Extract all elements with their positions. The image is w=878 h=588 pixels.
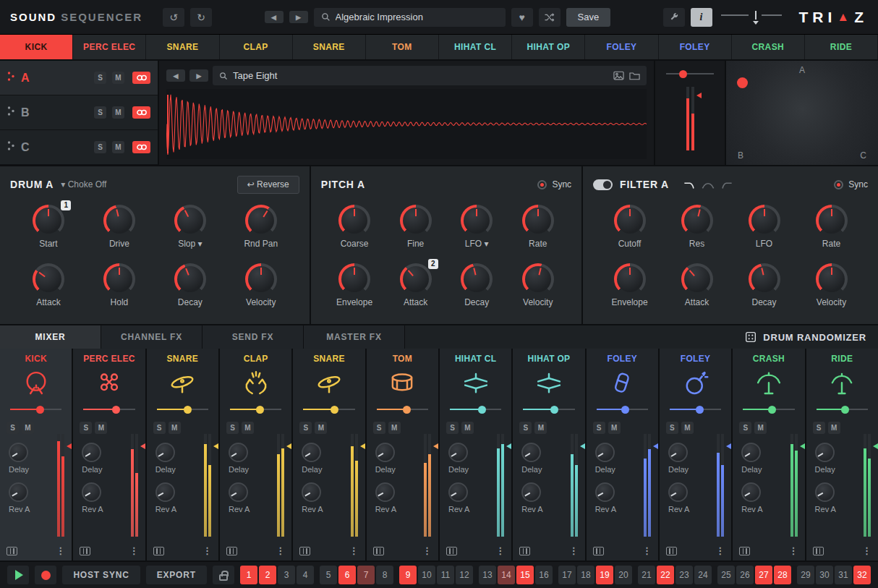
channel-volume-slider[interactable] — [157, 404, 208, 414]
redo-button[interactable]: ↻ — [190, 8, 212, 27]
sample-image-icon[interactable] — [613, 71, 624, 80]
knob-start[interactable]: 1 — [33, 205, 64, 237]
rev-knob[interactable] — [815, 482, 835, 502]
track-tab-hihat-op[interactable]: HIHAT OP — [512, 35, 585, 59]
step-26[interactable]: 26 — [736, 566, 754, 584]
mixer-strip-foley-10[interactable]: FOLEYSMDelayRev A⋮ — [660, 349, 733, 561]
step-19[interactable]: 19 — [596, 566, 613, 584]
record-button[interactable] — [35, 566, 56, 584]
mixer-strip-snare-5[interactable]: SNARESMDelayRev A⋮ — [293, 349, 366, 561]
slider-handle[interactable] — [478, 406, 486, 414]
channel-volume-slider[interactable] — [450, 404, 501, 414]
rev-knob[interactable] — [155, 482, 175, 502]
channel-mute-button[interactable]: M — [681, 422, 694, 434]
mixer-strip-crash-11[interactable]: CRASHSMDelayRev A⋮ — [733, 349, 806, 561]
slider-handle[interactable] — [331, 406, 338, 414]
step-3[interactable]: 3 — [278, 566, 295, 584]
rev-knob[interactable] — [375, 482, 395, 502]
channel-volume-slider[interactable] — [597, 404, 648, 414]
step-17[interactable]: 17 — [558, 566, 576, 584]
sync-control[interactable]: Sync — [537, 179, 571, 189]
mixer-strip-hihat-op-8[interactable]: HIHAT OPSMDelayRev A⋮ — [513, 349, 586, 561]
knob-decay[interactable] — [749, 263, 780, 295]
channel-mute-button[interactable]: M — [754, 422, 767, 434]
waveform-display[interactable] — [166, 89, 647, 159]
preset-search[interactable] — [314, 8, 506, 27]
track-tab-crash[interactable]: CRASH — [732, 35, 805, 59]
step-8[interactable]: 8 — [376, 566, 393, 584]
slider-handle[interactable] — [679, 70, 687, 78]
step-21[interactable]: 21 — [638, 566, 655, 584]
channel-mute-button[interactable]: M — [608, 422, 621, 434]
track-tab-foley[interactable]: FOLEY — [585, 35, 658, 59]
channel-mute-button[interactable]: M — [315, 422, 327, 434]
delay-knob[interactable] — [9, 443, 28, 462]
pad-position-dot[interactable] — [737, 77, 748, 88]
step-6[interactable]: 6 — [338, 566, 356, 584]
sample-search[interactable] — [213, 66, 647, 85]
sample-prev-button[interactable]: ◀ — [166, 69, 185, 82]
channel-solo-button[interactable]: S — [813, 422, 825, 434]
channel-mute-button[interactable]: M — [242, 422, 254, 434]
knob-lfo[interactable] — [749, 205, 780, 237]
sync-radio[interactable] — [834, 180, 843, 189]
channel-menu-icon[interactable]: ⋮ — [56, 546, 65, 555]
channel-volume-slider[interactable] — [303, 404, 354, 414]
random-preset-button[interactable] — [539, 8, 561, 27]
host-sync-button[interactable]: HOST SYNC — [62, 566, 140, 584]
channel-menu-icon[interactable]: ⋮ — [276, 546, 285, 555]
knob-drive[interactable] — [103, 205, 135, 237]
knob-lfo[interactable] — [461, 205, 493, 237]
track-tab-perc-elec[interactable]: PERC ELEC — [73, 35, 146, 59]
output-routing-icon[interactable] — [7, 547, 17, 555]
knob-velocity[interactable] — [522, 263, 554, 295]
delay-knob[interactable] — [521, 443, 541, 462]
channel-volume-slider[interactable] — [670, 404, 721, 414]
slider-handle[interactable] — [768, 406, 776, 414]
filter-toggle[interactable] — [593, 179, 613, 190]
export-button[interactable]: EXPORT — [146, 566, 207, 584]
channel-menu-icon[interactable]: ⋮ — [422, 546, 432, 555]
step-5[interactable]: 5 — [320, 566, 337, 584]
step-15[interactable]: 15 — [516, 566, 534, 584]
track-tab-ride[interactable]: RIDE — [805, 35, 878, 59]
layer-link-button[interactable] — [132, 141, 150, 153]
step-32[interactable]: 32 — [853, 566, 871, 584]
track-tab-snare[interactable]: SNARE — [146, 35, 219, 59]
preset-next-button[interactable]: ▶ — [289, 11, 308, 23]
step-4[interactable]: 4 — [297, 566, 314, 584]
knob-decay[interactable] — [174, 263, 206, 295]
mixer-strip-hihat-cl-7[interactable]: HIHAT CLSMDelayRev A⋮ — [440, 349, 513, 561]
step-9[interactable]: 9 — [399, 566, 417, 584]
knob-rate[interactable] — [816, 205, 848, 237]
reverse-button[interactable]: ↩ Reverse — [237, 176, 299, 194]
channel-mute-button[interactable]: M — [95, 422, 107, 434]
preset-prev-button[interactable]: ◀ — [265, 11, 284, 23]
knob-hold[interactable] — [103, 263, 135, 295]
channel-solo-button[interactable]: S — [739, 422, 751, 434]
channel-menu-icon[interactable]: ⋮ — [495, 546, 505, 555]
step-29[interactable]: 29 — [797, 566, 814, 584]
layer-row-b[interactable]: BSM — [0, 95, 158, 130]
bandpass-icon[interactable] — [702, 180, 715, 189]
preset-search-input[interactable] — [336, 12, 498, 22]
step-25[interactable]: 25 — [717, 566, 735, 584]
channel-volume-slider[interactable] — [10, 404, 61, 414]
xy-morph-pad[interactable]: A B C — [725, 61, 878, 165]
knob-velocity[interactable] — [816, 263, 848, 295]
output-routing-icon[interactable] — [813, 547, 824, 555]
output-routing-icon[interactable] — [226, 547, 237, 555]
channel-volume-slider[interactable] — [523, 404, 574, 414]
rev-knob[interactable] — [302, 482, 321, 502]
crossfader-slider[interactable] — [718, 9, 785, 25]
mixer-strip-foley-9[interactable]: FOLEYSMDelayRev A⋮ — [587, 349, 660, 561]
channel-solo-button[interactable]: S — [373, 422, 385, 434]
rev-knob[interactable] — [229, 482, 248, 502]
step-27[interactable]: 27 — [755, 566, 772, 584]
sample-search-input[interactable] — [233, 70, 608, 81]
rev-knob[interactable] — [82, 482, 101, 502]
mixer-tab-send-fx[interactable]: SEND FX — [203, 325, 304, 349]
delay-knob[interactable] — [82, 443, 101, 462]
slider-handle[interactable] — [256, 406, 264, 414]
slider-handle[interactable] — [403, 406, 411, 414]
